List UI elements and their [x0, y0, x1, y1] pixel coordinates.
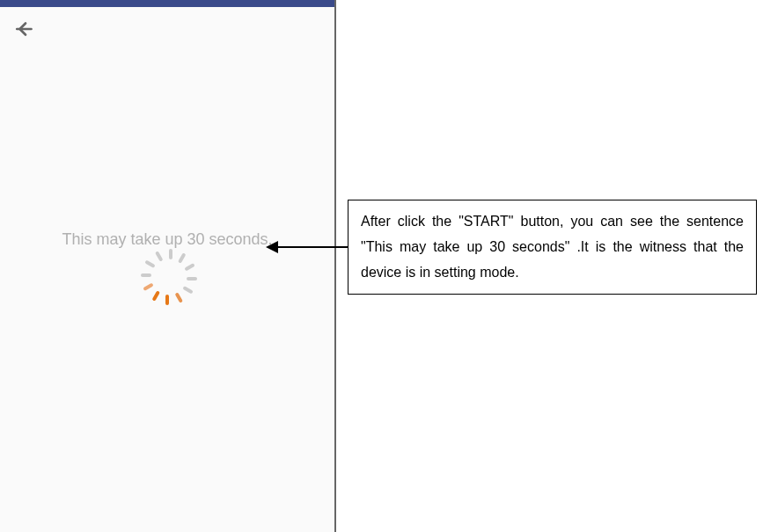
- back-button[interactable]: [14, 18, 37, 44]
- app-header: [0, 7, 334, 55]
- back-arrow-icon: [14, 18, 37, 40]
- annotation-arrow-line: [273, 246, 348, 248]
- status-bar: [0, 0, 334, 7]
- annotation-text: After click the "START" button, you can …: [361, 209, 744, 285]
- annotation-arrow-head-icon: [266, 241, 278, 253]
- loading-message: This may take up 30 seconds.: [62, 230, 272, 249]
- content-area: This may take up 30 seconds.: [0, 55, 334, 532]
- loading-spinner-icon: [148, 266, 187, 305]
- annotation-callout: After click the "START" button, you can …: [348, 200, 757, 295]
- phone-screen: This may take up 30 seconds.: [0, 0, 336, 532]
